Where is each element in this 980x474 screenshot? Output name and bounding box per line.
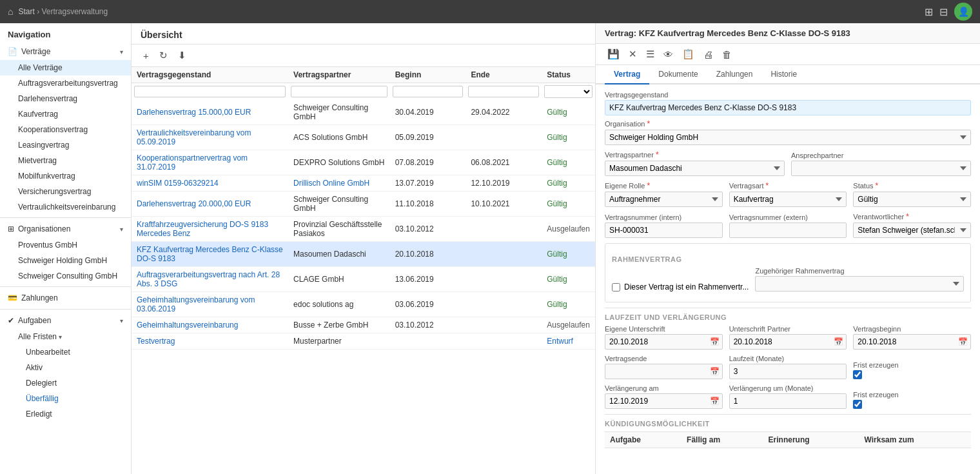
sidebar-item-schweiger-holding[interactable]: Schweiger Holding GmbH xyxy=(0,253,131,268)
filter-vertragspartner[interactable] xyxy=(291,86,387,97)
subject-link[interactable]: Vertraulichkeitsvereinbarung vom 05.09.2… xyxy=(137,128,251,146)
input-vertragsgegenstand[interactable] xyxy=(605,100,971,115)
table-row[interactable]: Auftragsverarbeitungsvertrag nach Art. 2… xyxy=(132,267,595,292)
sidebar-item-kaufvertrag[interactable]: Kaufvertrag xyxy=(0,106,131,122)
cell-status: Gültig xyxy=(542,150,595,175)
select-ansprechpartner[interactable] xyxy=(791,161,971,176)
download-button[interactable]: ⬇ xyxy=(175,48,189,63)
layout-icon-2[interactable]: ⊟ xyxy=(939,6,948,18)
label-vertragsende: Vertragsende xyxy=(605,355,723,362)
filter-status[interactable] xyxy=(544,85,593,98)
tab-historie[interactable]: Historie xyxy=(761,65,806,84)
subject-link[interactable]: Darlehensvertrag 20.000,00 EUR xyxy=(137,199,251,208)
add-button[interactable]: + xyxy=(141,49,152,63)
refresh-button[interactable]: ↻ xyxy=(157,48,170,63)
sidebar-item-mobilfunkvertrag[interactable]: Mobilfunkvertrag xyxy=(0,168,131,184)
input-vertragsende[interactable] xyxy=(605,364,723,379)
filter-beginn[interactable] xyxy=(393,86,464,97)
calendar-icon-5[interactable]: 📅 xyxy=(710,397,720,406)
user-avatar[interactable]: 👤 xyxy=(954,3,972,21)
input-vertragsbeginn[interactable] xyxy=(853,334,971,350)
copy-button[interactable]: 📋 xyxy=(680,47,697,61)
sidebar-item-vertraege[interactable]: 📄 Verträge ▾ xyxy=(0,43,131,60)
filter-vertragsgegenstand[interactable] xyxy=(134,86,286,97)
table-row[interactable]: Kooperationspartnervertrag vom 31.07.201… xyxy=(132,150,595,175)
input-unterschrift-partner[interactable] xyxy=(729,334,847,350)
input-nr-intern[interactable] xyxy=(605,222,723,238)
input-verlaengerung-um[interactable] xyxy=(729,393,847,409)
subject-link[interactable]: Testvertrag xyxy=(137,337,175,346)
tab-zahlungen[interactable]: Zahlungen xyxy=(707,65,762,84)
sidebar-item-schweiger-consulting[interactable]: Schweiger Consulting GmbH xyxy=(0,268,131,284)
select-verantwortlicher[interactable]: Stefan Schweiger (stefan.schweig xyxy=(853,222,971,238)
delete-button[interactable]: 🗑 xyxy=(720,48,734,61)
sidebar-item-kooperationsvertrag[interactable]: Kooperationsvertrag xyxy=(0,122,131,137)
tab-vertrag[interactable]: Vertrag xyxy=(605,65,649,84)
subject-link[interactable]: Geheimhaltungsvereinbarung xyxy=(137,321,238,330)
tab-dokumente[interactable]: Dokumente xyxy=(649,65,707,84)
subject-link[interactable]: Darlehensvertrag 15.000,00 EUR xyxy=(137,108,251,117)
table-row[interactable]: Kraftfahrzeugversicherung DO-S 9183 Merc… xyxy=(132,217,595,242)
layout-icon-1[interactable]: ⊞ xyxy=(925,6,933,18)
select-eigene-rolle[interactable]: Auftragnehmer xyxy=(605,192,723,207)
input-eigene-unterschrift[interactable] xyxy=(605,334,723,350)
breadcrumb-start[interactable]: Start xyxy=(18,7,34,16)
select-vertragspartner[interactable]: Masoumen Dadaschi xyxy=(605,161,785,176)
sidebar-item-aufgaben[interactable]: ✔ Aufgaben ▾ xyxy=(0,312,131,329)
table-row[interactable]: Geheimhaltungsvereinbarung vom 03.06.201… xyxy=(132,292,595,317)
sidebar-item-versicherungsvertrag[interactable]: Versicherungsvertrag xyxy=(0,184,131,199)
checkbox-frist1[interactable] xyxy=(853,370,862,379)
table-row[interactable]: Vertraulichkeitsvereinbarung vom 05.09.2… xyxy=(132,125,595,150)
select-zugehoeriger-rahmenvertrag[interactable] xyxy=(755,276,964,291)
subject-link[interactable]: Kooperationspartnervertrag vom 31.07.201… xyxy=(137,153,248,172)
select-vertragsart[interactable]: Kaufvertrag xyxy=(729,192,847,207)
subject-link[interactable]: KFZ Kaufvertrag Mercedes Benz C-Klasse D… xyxy=(137,245,283,263)
subject-link[interactable]: Auftragsverarbeitungsvertrag nach Art. 2… xyxy=(137,270,280,288)
view-button[interactable]: 👁 xyxy=(661,48,676,61)
print-button[interactable]: 🖨 xyxy=(701,48,716,61)
rahmenvertrag-section: RAHMENVERTRAG Dieser Vertrag ist ein Rah… xyxy=(605,243,971,302)
save-button[interactable]: 💾 xyxy=(605,47,622,61)
sidebar-item-ueberfaellig[interactable]: Überfällig xyxy=(0,391,131,406)
sidebar-item-aktiv[interactable]: Aktiv xyxy=(0,360,131,375)
sidebar-item-alle-vertraege[interactable]: Alle Verträge xyxy=(0,60,131,75)
input-laufzeit[interactable] xyxy=(729,364,847,379)
cancel-button[interactable]: ✕ xyxy=(626,47,640,61)
calendar-icon-1[interactable]: 📅 xyxy=(710,337,720,346)
sidebar-item-vertraulichkeitsvereinbarung[interactable]: Vertraulichkeitsvereinbarung xyxy=(0,199,131,215)
table-row[interactable]: Darlehensvertrag 20.000,00 EUR Schweiger… xyxy=(132,192,595,217)
table-row[interactable]: Testvertrag Musterpartner Entwurf xyxy=(132,333,595,350)
sidebar-item-auftragsverarbeitungsvertrag[interactable]: Auftragsverarbeitungsvertrag xyxy=(0,75,131,91)
sidebar-item-unbearbeitet[interactable]: Unbearbeitet xyxy=(0,344,131,360)
filter-ende[interactable] xyxy=(468,86,539,97)
sidebar-item-delegiert[interactable]: Delegiert xyxy=(0,375,131,391)
input-nr-extern[interactable] xyxy=(729,222,847,238)
input-verlaengerung-am[interactable] xyxy=(605,393,723,409)
table-row[interactable]: Geheimhaltungsvereinbarung Busse + Zerbe… xyxy=(132,317,595,333)
table-row[interactable]: Darlehensvertrag 15.000,00 EUR Schweiger… xyxy=(132,100,595,125)
sidebar-item-organisationen[interactable]: ⊞ Organisationen ▾ xyxy=(0,221,131,237)
subject-link[interactable]: Kraftfahrzeugversicherung DO-S 9183 Merc… xyxy=(137,220,268,238)
sidebar-item-alle-fristen[interactable]: Alle Fristen ▾ xyxy=(0,329,131,344)
subject-link[interactable]: winSIM 0159-06329214 xyxy=(137,179,219,188)
table-row[interactable]: KFZ Kaufvertrag Mercedes Benz C-Klasse D… xyxy=(132,242,595,267)
checkbox-frist2[interactable] xyxy=(853,400,862,409)
select-status[interactable]: Gültig xyxy=(853,192,971,207)
calendar-icon-4[interactable]: 📅 xyxy=(710,367,720,376)
cell-subject: Vertraulichkeitsvereinbarung vom 05.09.2… xyxy=(132,125,288,150)
calendar-icon-2[interactable]: 📅 xyxy=(834,337,843,346)
calendar-icon-3[interactable]: 📅 xyxy=(958,337,968,346)
subject-link[interactable]: Geheimhaltungsvereinbarung vom 03.06.201… xyxy=(137,295,255,313)
checkbox-rahmenvertrag[interactable] xyxy=(612,283,620,291)
sidebar-item-erledigt[interactable]: Erledigt xyxy=(0,406,131,422)
sidebar-item-darlehensvertrag[interactable]: Darlehensvertrag xyxy=(0,91,131,106)
select-organisation[interactable]: Schweiger Holding GmbH xyxy=(605,130,971,145)
sidebar-item-proventus[interactable]: Proventus GmbH xyxy=(0,237,131,253)
sidebar-item-mietvertrag[interactable]: Mietvertrag xyxy=(0,153,131,168)
partner-link[interactable]: Drillisch Online GmbH xyxy=(293,179,369,188)
sidebar-item-zahlungen[interactable]: 💳 Zahlungen xyxy=(0,290,131,306)
menu-button[interactable]: ☰ xyxy=(643,47,657,61)
table-row[interactable]: winSIM 0159-06329214 Drillisch Online Gm… xyxy=(132,175,595,192)
sidebar-item-leasingvertrag[interactable]: Leasingvertrag xyxy=(0,137,131,153)
home-icon[interactable]: ⌂ xyxy=(8,6,13,17)
